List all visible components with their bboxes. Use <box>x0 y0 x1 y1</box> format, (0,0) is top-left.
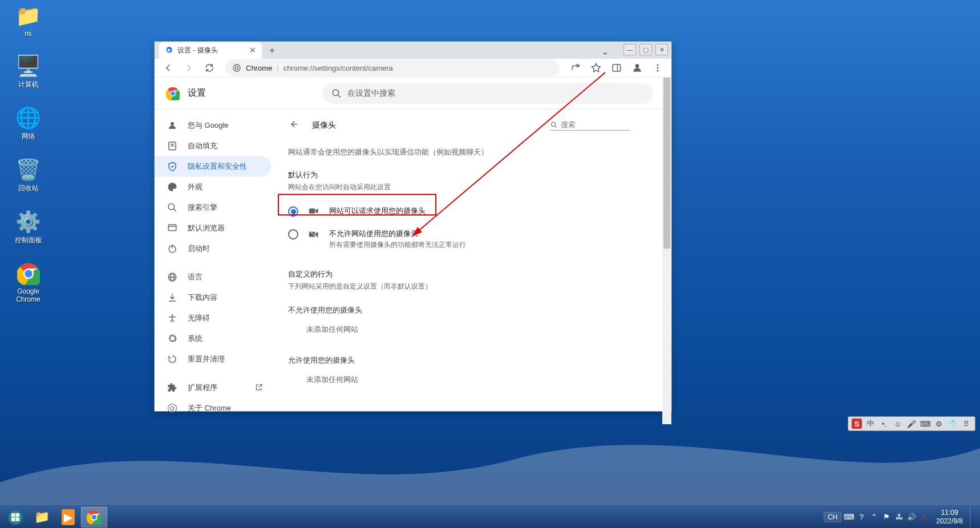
ime-logo-icon[interactable]: S <box>852 419 862 429</box>
svg-rect-35 <box>309 232 315 237</box>
ime-punct-icon[interactable]: •, <box>879 419 889 429</box>
scrollbar-thumb[interactable] <box>663 78 670 249</box>
svg-line-33 <box>555 125 557 127</box>
forward-button[interactable] <box>180 59 198 77</box>
sidebar-item-about[interactable]: 关于 Chrome <box>155 398 271 419</box>
show-desktop-button[interactable] <box>970 507 974 527</box>
close-window-button[interactable]: ✕ <box>655 44 668 55</box>
omnibox-url: chrome://settings/content/camera <box>284 64 393 72</box>
browser-tab[interactable]: 设置 - 摄像头 ✕ <box>159 42 262 59</box>
desktop-icon-control[interactable]: ⚙️控制面板 <box>7 210 50 245</box>
reload-button[interactable] <box>200 59 218 77</box>
sidebar-item-accessibility[interactable]: 无障碍 <box>155 308 271 328</box>
sidebar-item-reset[interactable]: 重置并清理 <box>155 349 271 369</box>
sidebar-item-downloads[interactable]: 下载内容 <box>155 287 271 308</box>
tray-chevron-up-icon[interactable]: ⌃ <box>869 513 879 521</box>
sidebar-item-privacy[interactable]: 隐私设置和安全性 <box>155 156 271 177</box>
desktop-icon-label: Google Chrome <box>7 287 50 303</box>
tray-clock[interactable]: 11:09 2022/9/8 <box>932 509 963 525</box>
ime-keyboard-icon[interactable]: ⌨ <box>920 419 930 429</box>
radio-block[interactable] <box>288 229 298 239</box>
sidebar-item-languages[interactable]: 语言 <box>155 267 271 287</box>
ime-voice-icon[interactable]: 🎤 <box>906 419 917 429</box>
page-search-input[interactable] <box>561 120 630 129</box>
tray-language[interactable]: CH <box>824 512 841 522</box>
sidebar-item-label: 启动时 <box>188 243 210 254</box>
radio-allow-row[interactable]: 网站可以请求使用您的摄像头 <box>288 200 630 223</box>
sidebar-item-searchengine[interactable]: 搜索引擎 <box>155 197 271 218</box>
page-title: 摄像头 <box>312 120 336 131</box>
defaultbrowser-icon <box>167 223 177 233</box>
recycle-icon: 🗑️ <box>15 159 42 181</box>
page-search[interactable] <box>550 120 630 131</box>
sidebar-item-onstartup[interactable]: 启动时 <box>155 238 271 259</box>
sidepanel-button[interactable] <box>608 59 626 77</box>
profile-button[interactable] <box>628 59 646 77</box>
start-button[interactable] <box>2 506 29 529</box>
svg-point-9 <box>657 70 659 72</box>
settings-search[interactable]: 在设置中搜索 <box>322 83 653 104</box>
sidebar-item-extensions[interactable]: 扩展程序 <box>155 377 271 398</box>
tray-network-icon[interactable]: 🖧 <box>894 513 904 521</box>
ime-grip-icon[interactable]: ⠿ <box>961 419 971 429</box>
sidebar-item-autofill[interactable]: 自动填充 <box>155 136 271 156</box>
radio-allow-label: 网站可以请求使用您的摄像头 <box>329 206 426 216</box>
desktop-icon-chrome[interactable]: Google Chrome <box>7 262 50 303</box>
network-icon: 🌐 <box>15 107 42 129</box>
ime-toolbar[interactable]: S 中 •, ☺ 🎤 ⌨ ⚙ 👕 ⠿ <box>848 416 975 431</box>
taskbar-mediaplayer[interactable]: ▶ <box>55 507 81 527</box>
sidebar-item-appearance[interactable]: 外观 <box>155 177 271 197</box>
omnibox[interactable]: Chrome | chrome://settings/content/camer… <box>225 59 560 76</box>
tray-flag-icon[interactable]: ⚑ <box>881 513 892 521</box>
sidebar-item-label: 搜索引擎 <box>188 202 217 213</box>
sidebar-item-defaultbrowser[interactable]: 默认浏览器 <box>155 218 271 238</box>
settings-sidebar: 您与 Google自动填充隐私设置和安全性外观搜索引擎默认浏览器启动时语言下载内… <box>155 109 278 424</box>
new-tab-button[interactable]: + <box>264 43 280 59</box>
desktop-icon-label: 控制面板 <box>15 235 42 245</box>
ime-mode[interactable]: 中 <box>865 419 876 429</box>
svg-point-30 <box>168 404 177 413</box>
tray-help-icon[interactable]: ? <box>856 513 866 521</box>
sidebar-item-you[interactable]: 您与 Google <box>155 115 271 136</box>
accessibility-icon <box>167 313 177 323</box>
svg-line-21 <box>173 209 176 212</box>
desktop-icon-network[interactable]: 🌐网络 <box>7 107 50 141</box>
browser-toolbar: Chrome | chrome://settings/content/camer… <box>155 59 671 78</box>
ime-settings-icon[interactable]: ⚙ <box>934 419 944 429</box>
desktop-icon-recycle[interactable]: 🗑️回收站 <box>7 159 50 193</box>
bookmark-button[interactable] <box>587 59 605 77</box>
radio-block-row[interactable]: 不允许网站使用您的摄像头 所有需要使用摄像头的功能都将无法正常运行 <box>288 223 630 255</box>
tray-security-icon[interactable]: ⚠ <box>919 513 929 521</box>
svg-point-8 <box>657 67 659 69</box>
tray-keyboard-icon[interactable]: ⌨ <box>844 513 854 521</box>
folder-icon: 📁 <box>15 5 42 27</box>
share-button[interactable] <box>566 59 585 77</box>
content-scrollbar[interactable] <box>662 78 671 424</box>
control-icon: ⚙️ <box>15 210 42 233</box>
desktop-icon-computer[interactable]: 🖥️计算机 <box>7 55 50 90</box>
content-back-button[interactable] <box>288 119 299 132</box>
ime-skin-icon[interactable]: 👕 <box>947 419 958 429</box>
downloads-icon <box>167 293 177 303</box>
svg-point-3 <box>235 66 238 69</box>
tray-volume-icon[interactable]: 🔊 <box>906 513 917 521</box>
close-tab-icon[interactable]: ✕ <box>249 46 256 55</box>
chrome-icon <box>15 262 42 285</box>
camera-off-icon <box>309 230 319 241</box>
menu-button[interactable] <box>649 59 667 77</box>
taskbar-explorer[interactable]: 📁 <box>29 507 55 527</box>
window-controls: — ▢ ✕ <box>623 44 668 55</box>
back-button[interactable] <box>159 59 177 77</box>
minimize-button[interactable]: — <box>623 44 636 55</box>
computer-icon: 🖥️ <box>15 55 42 78</box>
ime-emoji-icon[interactable]: ☺ <box>893 419 903 429</box>
tray-date: 2022/9/8 <box>936 517 963 525</box>
tabs-dropdown-icon[interactable]: ⌄ <box>601 46 609 57</box>
taskbar-chrome[interactable] <box>81 507 107 527</box>
desktop-icon-folder[interactable]: 📁ns <box>7 5 50 38</box>
block-list-title: 不允许使用您的摄像头 <box>288 305 630 315</box>
you-icon <box>167 120 177 131</box>
maximize-button[interactable]: ▢ <box>639 44 652 55</box>
sidebar-item-system[interactable]: 系统 <box>155 328 271 349</box>
radio-allow[interactable] <box>288 206 298 217</box>
